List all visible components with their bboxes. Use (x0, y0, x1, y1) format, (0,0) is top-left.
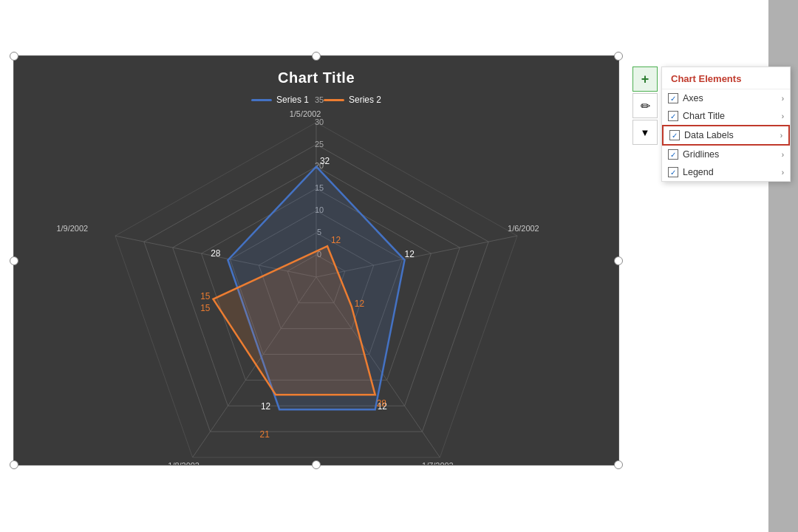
axes-label: Axes (683, 93, 703, 103)
svg-text:1/7/2002: 1/7/2002 (422, 461, 454, 465)
handle-top-right[interactable] (614, 52, 623, 61)
svg-text:12: 12 (405, 249, 415, 259)
legend-label: Legend (683, 167, 714, 177)
chart-title-item-label: Chart Title (683, 111, 725, 121)
handle-bottom-center[interactable] (312, 460, 321, 469)
svg-text:15: 15 (200, 291, 211, 301)
chart-elements-panel: Chart Elements ✓ Axes › ✓ Chart Title › … (661, 66, 791, 182)
axes-checkbox[interactable]: ✓ (668, 93, 678, 103)
svg-text:12: 12 (331, 235, 341, 245)
add-element-button[interactable]: + (632, 66, 658, 92)
panel-item-data-labels-left: ✓ Data Labels (669, 130, 734, 140)
svg-text:12: 12 (355, 299, 365, 309)
gridlines-checkbox[interactable]: ✓ (668, 149, 678, 160)
panel-item-axes[interactable]: ✓ Axes › (662, 89, 790, 107)
svg-text:1/5/2002: 1/5/2002 (290, 109, 321, 118)
panel-item-gridlines-left: ✓ Gridlines (668, 149, 719, 160)
svg-text:28: 28 (377, 398, 387, 409)
panel-item-gridlines[interactable]: ✓ Gridlines › (662, 146, 790, 163)
svg-text:28: 28 (211, 248, 221, 259)
chart-title-checkbox[interactable]: ✓ (668, 111, 678, 121)
handle-middle-left[interactable] (10, 256, 18, 265)
panel-item-data-labels[interactable]: ✓ Data Labels › (662, 125, 790, 146)
panel-item-chart-title-left: ✓ Chart Title (668, 111, 725, 121)
svg-text:30: 30 (315, 117, 324, 126)
panel-title: Chart Elements (662, 67, 790, 89)
legend-checkbox[interactable]: ✓ (668, 167, 678, 177)
handle-bottom-right[interactable] (614, 460, 623, 469)
chart-title-chevron: › (782, 112, 784, 120)
svg-text:15: 15 (200, 303, 211, 313)
gridlines-chevron: › (782, 151, 784, 159)
style-button[interactable]: ✏ (632, 93, 658, 118)
svg-text:12: 12 (261, 401, 271, 412)
handle-bottom-left[interactable] (10, 460, 18, 469)
data-labels-label: Data Labels (684, 130, 734, 140)
axes-chevron: › (782, 95, 784, 103)
filter-button[interactable]: ▼ (632, 120, 658, 145)
panel-item-legend[interactable]: ✓ Legend › (662, 163, 790, 181)
data-labels-checkbox[interactable]: ✓ (669, 130, 680, 140)
data-labels-chevron: › (780, 132, 782, 140)
panel-item-legend-left: ✓ Legend (668, 167, 714, 177)
svg-text:32: 32 (320, 156, 330, 166)
svg-text:1/9/2002: 1/9/2002 (56, 224, 88, 233)
svg-text:35: 35 (315, 95, 324, 104)
panel-item-axes-left: ✓ Axes (668, 93, 703, 103)
handle-top-center[interactable] (312, 52, 321, 61)
svg-text:25: 25 (315, 140, 324, 149)
svg-text:1/8/2002: 1/8/2002 (168, 461, 200, 465)
handle-top-left[interactable] (10, 52, 18, 61)
handle-middle-right[interactable] (614, 256, 623, 265)
legend-chevron: › (782, 168, 784, 177)
chart-container[interactable]: Chart Title Series 1 Series 2 (13, 55, 619, 466)
toolbar-side: + ✏ ▼ (632, 66, 658, 145)
svg-text:21: 21 (260, 429, 270, 440)
panel-item-chart-title[interactable]: ✓ Chart Title › (662, 107, 790, 125)
svg-text:1/6/2002: 1/6/2002 (508, 224, 539, 233)
radar-chart-svg: 0 5 10 15 20 25 30 35 1/5/2002 1/6/2002 … (14, 56, 618, 465)
gridlines-label: Gridlines (683, 149, 719, 160)
